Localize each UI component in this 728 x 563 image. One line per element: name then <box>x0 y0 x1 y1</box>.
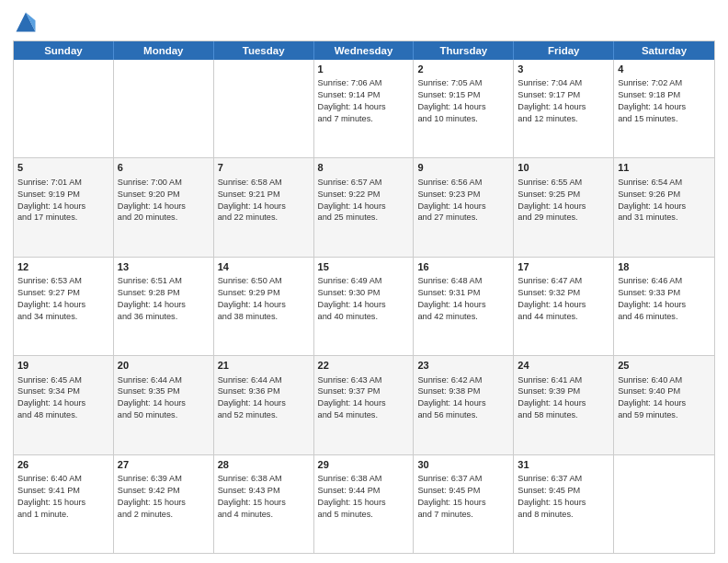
day-info: and 4 minutes. <box>218 509 310 521</box>
day-info: Sunset: 9:38 PM <box>417 385 509 397</box>
calendar-header-row: SundayMondayTuesdayWednesdayThursdayFrid… <box>14 41 714 60</box>
day-info: Sunset: 9:14 PM <box>318 89 410 101</box>
day-number: 15 <box>318 260 410 274</box>
header-day-monday: Monday <box>114 41 214 60</box>
day-info: Daylight: 14 hours <box>618 201 711 213</box>
day-info: Sunset: 9:42 PM <box>118 485 210 497</box>
day-info: and 25 minutes. <box>318 212 410 224</box>
day-info: Sunrise: 6:49 AM <box>318 275 410 287</box>
day-info: and 7 minutes. <box>318 113 410 125</box>
day-info: Sunset: 9:30 PM <box>318 287 410 299</box>
day-info: and 50 minutes. <box>118 409 210 421</box>
day-info: Sunset: 9:26 PM <box>618 189 711 201</box>
day-info: and 44 minutes. <box>518 311 609 323</box>
calendar: SundayMondayTuesdayWednesdayThursdayFrid… <box>13 40 715 554</box>
day-info: and 1 minute. <box>17 509 109 521</box>
day-info: Daylight: 14 hours <box>518 299 609 311</box>
day-info: Sunset: 9:22 PM <box>318 189 410 201</box>
day-info: Daylight: 14 hours <box>318 299 410 311</box>
calendar-cell: 6Sunrise: 7:00 AMSunset: 9:20 PMDaylight… <box>114 158 214 256</box>
calendar-cell: 19Sunrise: 6:45 AMSunset: 9:34 PMDayligh… <box>14 356 114 454</box>
calendar-cell: 27Sunrise: 6:39 AMSunset: 9:42 PMDayligh… <box>114 455 214 553</box>
day-info: Daylight: 14 hours <box>417 397 509 409</box>
day-info: Sunset: 9:45 PM <box>518 485 609 497</box>
day-info: Sunset: 9:19 PM <box>17 189 109 201</box>
calendar-cell: 3Sunrise: 7:04 AMSunset: 9:17 PMDaylight… <box>514 60 614 157</box>
day-info: Daylight: 14 hours <box>118 397 210 409</box>
calendar-body: 1Sunrise: 7:06 AMSunset: 9:14 PMDaylight… <box>14 60 714 553</box>
day-info: and 34 minutes. <box>17 311 109 323</box>
day-info: and 48 minutes. <box>17 409 109 421</box>
day-number: 28 <box>218 458 310 472</box>
calendar-cell: 20Sunrise: 6:44 AMSunset: 9:35 PMDayligh… <box>114 356 214 454</box>
day-number: 14 <box>218 260 310 274</box>
calendar-cell: 5Sunrise: 7:01 AMSunset: 9:19 PMDaylight… <box>14 158 114 256</box>
day-info: Daylight: 15 hours <box>417 497 509 509</box>
day-info: Sunrise: 6:56 AM <box>417 177 509 189</box>
day-info: Sunrise: 7:04 AM <box>518 77 609 89</box>
day-number: 17 <box>518 260 609 274</box>
day-number: 3 <box>518 63 609 76</box>
day-info: Sunrise: 6:40 AM <box>17 473 109 485</box>
day-info: Sunrise: 6:58 AM <box>218 177 310 189</box>
day-info: Sunset: 9:45 PM <box>417 485 509 497</box>
day-number: 30 <box>417 458 509 472</box>
day-number: 7 <box>218 161 310 175</box>
day-info: Sunrise: 7:05 AM <box>417 77 509 89</box>
day-info: and 17 minutes. <box>17 212 109 224</box>
day-number: 11 <box>618 161 711 175</box>
day-info: Sunset: 9:27 PM <box>17 287 109 299</box>
calendar-cell: 16Sunrise: 6:48 AMSunset: 9:31 PMDayligh… <box>414 258 514 355</box>
day-info: Daylight: 14 hours <box>218 299 310 311</box>
calendar-week-4: 19Sunrise: 6:45 AMSunset: 9:34 PMDayligh… <box>14 355 714 454</box>
day-info: Daylight: 14 hours <box>518 201 609 213</box>
day-info: Sunrise: 6:45 AM <box>17 374 109 386</box>
calendar-cell: 7Sunrise: 6:58 AMSunset: 9:21 PMDaylight… <box>214 158 314 256</box>
calendar-cell: 31Sunrise: 6:37 AMSunset: 9:45 PMDayligh… <box>514 455 614 553</box>
header <box>13 9 715 35</box>
calendar-cell: 24Sunrise: 6:41 AMSunset: 9:39 PMDayligh… <box>514 356 614 454</box>
day-number: 22 <box>318 359 410 373</box>
day-info: Sunset: 9:23 PM <box>417 189 509 201</box>
day-info: Sunset: 9:39 PM <box>518 385 609 397</box>
day-info: Sunrise: 6:37 AM <box>518 473 609 485</box>
day-info: Sunrise: 6:42 AM <box>417 374 509 386</box>
day-info: Sunset: 9:31 PM <box>417 287 509 299</box>
day-info: Daylight: 14 hours <box>618 397 711 409</box>
day-info: Sunset: 9:44 PM <box>318 485 410 497</box>
day-info: Daylight: 14 hours <box>17 299 109 311</box>
day-info: Sunrise: 6:48 AM <box>417 275 509 287</box>
day-info: Sunset: 9:29 PM <box>218 287 310 299</box>
day-number: 8 <box>318 161 410 175</box>
day-number: 9 <box>417 161 509 175</box>
day-info: Sunrise: 7:06 AM <box>318 77 410 89</box>
day-info: Sunrise: 6:44 AM <box>218 374 310 386</box>
logo-icon <box>13 9 39 35</box>
day-info: Sunset: 9:43 PM <box>218 485 310 497</box>
day-info: and 46 minutes. <box>618 311 711 323</box>
header-day-tuesday: Tuesday <box>214 41 314 60</box>
calendar-cell: 30Sunrise: 6:37 AMSunset: 9:45 PMDayligh… <box>414 455 514 553</box>
day-info: Daylight: 14 hours <box>218 397 310 409</box>
calendar-cell: 14Sunrise: 6:50 AMSunset: 9:29 PMDayligh… <box>214 258 314 355</box>
header-day-friday: Friday <box>514 41 614 60</box>
header-day-thursday: Thursday <box>414 41 514 60</box>
calendar-week-2: 5Sunrise: 7:01 AMSunset: 9:19 PMDaylight… <box>14 157 714 256</box>
calendar-cell: 13Sunrise: 6:51 AMSunset: 9:28 PMDayligh… <box>114 258 214 355</box>
day-info: and 56 minutes. <box>417 409 509 421</box>
calendar-cell <box>214 60 314 157</box>
day-info: Sunrise: 6:41 AM <box>518 374 609 386</box>
calendar-cell <box>114 60 214 157</box>
calendar-week-1: 1Sunrise: 7:06 AMSunset: 9:14 PMDaylight… <box>14 60 714 157</box>
day-info: and 10 minutes. <box>417 113 509 125</box>
day-info: Sunset: 9:41 PM <box>17 485 109 497</box>
day-info: Sunset: 9:25 PM <box>518 189 609 201</box>
day-number: 1 <box>318 63 410 76</box>
day-info: and 52 minutes. <box>218 409 310 421</box>
day-info: and 12 minutes. <box>518 113 609 125</box>
day-number: 19 <box>17 359 109 373</box>
day-info: and 8 minutes. <box>518 509 609 521</box>
day-info: Sunrise: 6:51 AM <box>118 275 210 287</box>
day-info: Sunrise: 6:55 AM <box>518 177 609 189</box>
day-info: Sunrise: 6:37 AM <box>417 473 509 485</box>
